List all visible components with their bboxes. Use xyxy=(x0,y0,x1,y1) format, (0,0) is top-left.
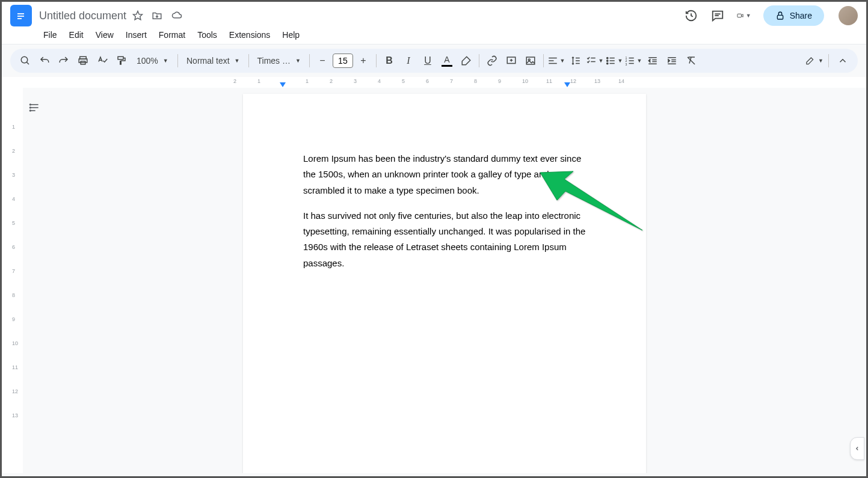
menu-format[interactable]: Format xyxy=(153,27,191,44)
meet-icon[interactable]: ▼ xyxy=(737,8,751,23)
bullet-list-icon[interactable]: ▼ xyxy=(605,52,623,69)
separator xyxy=(376,54,377,67)
chevron-down-icon: ▼ xyxy=(746,13,751,19)
svg-marker-3 xyxy=(134,11,143,20)
svg-point-28 xyxy=(607,60,608,61)
chevron-down-icon: ▼ xyxy=(598,58,603,64)
svg-rect-1 xyxy=(17,16,24,17)
highlight-icon[interactable] xyxy=(457,52,475,69)
chevron-down-icon: ▼ xyxy=(235,58,240,64)
separator xyxy=(543,54,544,67)
decrease-indent-icon[interactable] xyxy=(644,52,662,69)
svg-point-27 xyxy=(607,57,608,58)
decrease-font-icon[interactable]: − xyxy=(313,52,331,69)
text-color-icon[interactable]: A xyxy=(438,52,456,69)
menu-edit[interactable]: Edit xyxy=(64,27,89,44)
chevron-down-icon: ▼ xyxy=(818,58,823,64)
menu-help[interactable]: Help xyxy=(277,27,305,44)
canvas-area[interactable]: Lorem Ipsum has been the industry's stan… xyxy=(23,77,866,473)
font-size-input[interactable] xyxy=(333,54,353,68)
title-icons xyxy=(132,10,183,21)
line-spacing-icon[interactable] xyxy=(567,52,585,69)
separator xyxy=(828,54,829,67)
undo-icon[interactable] xyxy=(35,52,54,69)
separator xyxy=(479,54,479,67)
font-select[interactable]: Times …▼ xyxy=(253,54,306,68)
svg-rect-17 xyxy=(526,57,535,64)
bold-icon[interactable]: B xyxy=(380,52,398,69)
svg-rect-7 xyxy=(777,15,783,19)
lock-icon xyxy=(775,11,785,20)
search-icon[interactable] xyxy=(16,52,34,69)
star-icon[interactable] xyxy=(132,10,143,21)
redo-icon[interactable] xyxy=(55,52,73,69)
app-header: Untitled document ▼ Share File Edit View… xyxy=(2,2,866,44)
workspace: 1 2 3 4 5 6 7 8 9 10 11 12 13 2 1 1 2 3 … xyxy=(2,77,866,473)
print-icon[interactable] xyxy=(74,52,92,69)
document-title[interactable]: Untitled document xyxy=(39,10,126,22)
svg-point-8 xyxy=(21,57,28,63)
svg-rect-0 xyxy=(17,13,24,14)
italic-icon[interactable]: I xyxy=(399,52,417,69)
collapse-toolbar-icon[interactable] xyxy=(834,52,852,69)
spellcheck-icon[interactable] xyxy=(93,52,111,69)
clear-format-icon[interactable] xyxy=(682,52,700,69)
menu-insert[interactable]: Insert xyxy=(120,27,152,44)
menu-extensions[interactable]: Extensions xyxy=(224,27,275,44)
right-actions: ▼ Share xyxy=(684,5,858,26)
numbered-list-icon[interactable]: 123▼ xyxy=(624,52,642,69)
comment-icon[interactable] xyxy=(710,8,725,23)
title-row: Untitled document ▼ Share xyxy=(2,2,866,26)
align-icon[interactable]: ▼ xyxy=(547,52,565,69)
add-comment-icon[interactable] xyxy=(502,52,520,69)
menu-view[interactable]: View xyxy=(90,27,119,44)
chevron-down-icon: ▼ xyxy=(163,58,168,64)
move-icon[interactable] xyxy=(152,10,162,21)
vertical-ruler[interactable]: 1 2 3 4 5 6 7 8 9 10 11 12 13 xyxy=(2,77,23,473)
share-button[interactable]: Share xyxy=(763,5,824,26)
svg-rect-6 xyxy=(737,14,741,17)
svg-line-9 xyxy=(26,62,29,64)
menu-bar: File Edit View Insert Format Tools Exten… xyxy=(2,26,866,44)
document-body[interactable]: Lorem Ipsum has been the industry's stan… xyxy=(303,151,586,271)
increase-indent-icon[interactable] xyxy=(663,52,681,69)
insert-image-icon[interactable] xyxy=(522,52,540,69)
paragraph-2[interactable]: It has survived not only five centuries,… xyxy=(303,208,586,271)
link-icon[interactable] xyxy=(483,52,501,69)
toolbar: 100%▼ Normal text▼ Times …▼ − + B I U A … xyxy=(10,49,858,73)
font-size-group: − + xyxy=(313,52,372,69)
separator xyxy=(309,54,310,67)
paragraph-1[interactable]: Lorem Ipsum has been the industry's stan… xyxy=(303,151,586,198)
docs-logo[interactable] xyxy=(10,5,32,26)
style-select[interactable]: Normal text▼ xyxy=(182,54,245,68)
svg-point-29 xyxy=(607,63,608,64)
svg-rect-13 xyxy=(118,57,123,60)
side-panel-toggle-icon[interactable] xyxy=(850,437,864,460)
underline-icon[interactable]: U xyxy=(419,52,437,69)
menu-file[interactable]: File xyxy=(38,27,63,44)
document-page[interactable]: Lorem Ipsum has been the industry's stan… xyxy=(243,94,646,473)
separator xyxy=(177,54,178,67)
chevron-down-icon: ▼ xyxy=(636,58,642,64)
chevron-down-icon: ▼ xyxy=(295,58,301,64)
share-label: Share xyxy=(790,11,812,20)
increase-font-icon[interactable]: + xyxy=(354,52,372,69)
history-icon[interactable] xyxy=(684,8,698,23)
svg-text:3: 3 xyxy=(626,63,627,66)
user-avatar[interactable] xyxy=(839,6,858,25)
paint-format-icon[interactable] xyxy=(112,52,131,69)
separator xyxy=(248,54,249,67)
cloud-icon[interactable] xyxy=(171,10,183,21)
menu-tools[interactable]: Tools xyxy=(192,27,223,44)
toolbar-right: ▼ xyxy=(805,52,852,69)
checklist-icon[interactable]: ▼ xyxy=(586,52,604,69)
chevron-down-icon: ▼ xyxy=(559,58,565,64)
svg-rect-2 xyxy=(17,18,22,19)
zoom-select[interactable]: 100%▼ xyxy=(132,54,174,68)
editing-mode-icon[interactable]: ▼ xyxy=(805,52,823,69)
chevron-down-icon: ▼ xyxy=(617,58,623,64)
